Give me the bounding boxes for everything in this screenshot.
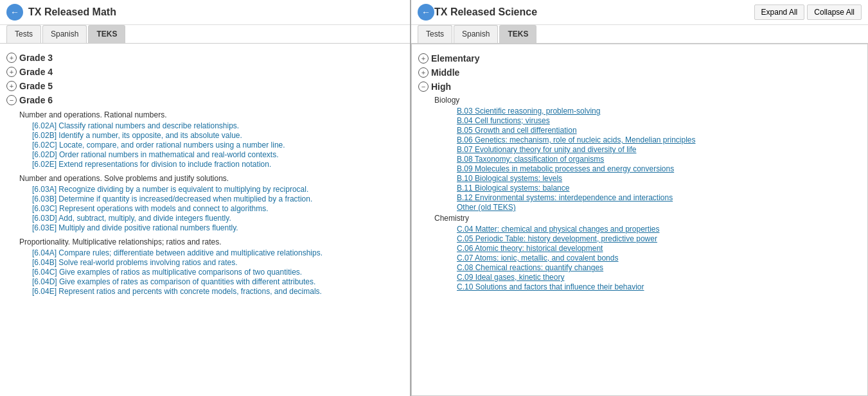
teks-item-3-2-2[interactable]: [6.04C] Give examples of ratios as multi… — [32, 268, 403, 277]
grade-label-0: Grade 3 — [19, 53, 53, 63]
science-item-2-1-1[interactable]: C.05 Periodic Table: history development… — [457, 234, 861, 243]
left-tab-tests[interactable]: Tests — [6, 25, 41, 43]
teks-item-3-1-4[interactable]: [6.03E] Multiply and divide positive rat… — [32, 223, 403, 232]
expand-all-button[interactable]: Expand All — [754, 4, 805, 20]
teks-item-3-2-3[interactable]: [6.04D] Give examples of rates as compar… — [32, 277, 403, 286]
science-item-2-0-0[interactable]: B.03 Scientific reasoning, problem-solvi… — [457, 107, 861, 116]
grade-row-2[interactable]: +Grade 5 — [6, 81, 403, 91]
grade-label-2: Grade 5 — [19, 81, 53, 91]
left-back-button[interactable]: ← — [6, 4, 23, 21]
teks-item-3-1-0[interactable]: [6.03A] Recognize dividing by a number i… — [32, 185, 403, 194]
cat-label-2: High — [431, 82, 451, 92]
science-item-2-1-3[interactable]: C.07 Atoms: ionic, metallic, and covalen… — [457, 254, 861, 263]
right-panel-title: TX Released Science — [434, 6, 537, 18]
teks-item-3-2-4[interactable]: [6.04E] Represent ratios and percents wi… — [32, 287, 403, 296]
teks-item-3-2-0[interactable]: [6.04A] Compare rules; differentiate bet… — [32, 248, 403, 257]
science-item-2-1-5[interactable]: C.09 Ideal gases, kinetic theory — [457, 273, 861, 282]
science-item-2-0-3[interactable]: B.06 Genetics: mechanism, role of nuclei… — [457, 135, 861, 144]
right-content: +Elementary+Middle−HighBiologyB.03 Scien… — [411, 44, 868, 396]
right-tab-tests[interactable]: Tests — [418, 25, 452, 43]
left-tabs: Tests Spanish TEKS — [0, 25, 410, 44]
teks-item-3-1-3[interactable]: [6.03D] Add, subtract, multiply, and div… — [32, 214, 403, 223]
left-header: ← TX Released Math — [0, 0, 410, 25]
cat-row-0[interactable]: +Elementary — [418, 53, 861, 64]
grade-label-3: Grade 6 — [19, 95, 53, 105]
science-item-2-1-6[interactable]: C.10 Solutions and factors that influenc… — [457, 282, 861, 291]
right-back-button[interactable]: ← — [418, 4, 434, 21]
section-label-3-2: Proportionality. Multiplicative relation… — [19, 237, 403, 246]
science-item-2-0-10[interactable]: Other (old TEKS) — [457, 203, 861, 212]
science-item-2-0-8[interactable]: B.11 Biological systems: balance — [457, 184, 861, 193]
section-label-3-0: Number and operations. Rational numbers. — [19, 110, 403, 119]
plus-icon: + — [6, 53, 17, 63]
right-tabs: Tests Spanish TEKS — [411, 25, 868, 44]
science-item-2-1-4[interactable]: C.08 Chemical reactions: quantify change… — [457, 263, 861, 272]
plus-icon: + — [418, 67, 429, 78]
grade-row-1[interactable]: +Grade 4 — [6, 67, 403, 77]
science-item-2-0-2[interactable]: B.05 Growth and cell differentiation — [457, 126, 861, 135]
left-panel-title: TX Released Math — [28, 6, 116, 18]
teks-item-3-0-2[interactable]: [6.02C] Locate, compare, and order ratio… — [32, 141, 403, 150]
teks-item-3-0-0[interactable]: [6.02A] Classify rational numbers and de… — [32, 121, 403, 130]
teks-item-3-0-1[interactable]: [6.02B] Identify a number, its opposite,… — [32, 131, 403, 140]
teks-item-3-0-3[interactable]: [6.02D] Order rational numbers in mathem… — [32, 150, 403, 159]
cat-label-1: Middle — [431, 67, 459, 78]
science-item-2-1-0[interactable]: C.04 Matter: chemical and physical chang… — [457, 225, 861, 234]
teks-item-3-1-2[interactable]: [6.03C] Represent operations with models… — [32, 204, 403, 213]
plus-icon: + — [6, 81, 17, 91]
science-item-2-1-2[interactable]: C.06 Atomic theory: historical developme… — [457, 244, 861, 253]
left-tab-teks[interactable]: TEKS — [88, 25, 125, 43]
collapse-all-button[interactable]: Collapse All — [807, 4, 862, 20]
science-item-2-0-7[interactable]: B.10 Biological systems: levels — [457, 174, 861, 183]
left-tab-spanish[interactable]: Spanish — [42, 25, 87, 43]
cat-row-1[interactable]: +Middle — [418, 67, 861, 78]
teks-item-3-1-1[interactable]: [6.03B] Determine if quantity is increas… — [32, 194, 403, 203]
grade-row-0[interactable]: +Grade 3 — [6, 53, 403, 63]
grade-row-3[interactable]: −Grade 6 — [6, 95, 403, 105]
right-tab-teks[interactable]: TEKS — [499, 25, 536, 43]
cat-label-0: Elementary — [431, 53, 479, 64]
minus-icon: − — [418, 82, 429, 92]
subcat-row-2-1: Chemistry — [434, 214, 861, 223]
section-label-3-1: Number and operations. Solve problems an… — [19, 174, 403, 183]
plus-icon: + — [418, 53, 429, 64]
right-header: ← TX Released Science Expand All Collaps… — [411, 0, 868, 25]
right-tab-spanish[interactable]: Spanish — [454, 25, 498, 43]
subcat-row-2-0: Biology — [434, 96, 861, 105]
science-item-2-0-6[interactable]: B.09 Molecules in metabolic processes an… — [457, 164, 861, 173]
cat-row-2[interactable]: −High — [418, 82, 861, 92]
science-item-2-0-5[interactable]: B.08 Taxonomy: classification of organis… — [457, 155, 861, 164]
global-actions: Expand All Collapse All — [754, 4, 862, 20]
teks-item-3-2-1[interactable]: [6.04B] Solve real-world problems involv… — [32, 258, 403, 267]
science-item-2-0-1[interactable]: B.04 Cell functions; viruses — [457, 116, 861, 125]
science-item-2-0-9[interactable]: B.12 Environmental systems: interdepende… — [457, 193, 861, 202]
minus-icon: − — [6, 95, 17, 105]
grade-label-1: Grade 4 — [19, 67, 53, 77]
science-item-2-0-4[interactable]: B.07 Evolutionary theory for unity and d… — [457, 145, 861, 154]
left-content: +Grade 3+Grade 4+Grade 5−Grade 6Number a… — [0, 44, 410, 396]
plus-icon: + — [6, 67, 17, 77]
teks-item-3-0-4[interactable]: [6.02E] Extend representations for divis… — [32, 160, 403, 169]
